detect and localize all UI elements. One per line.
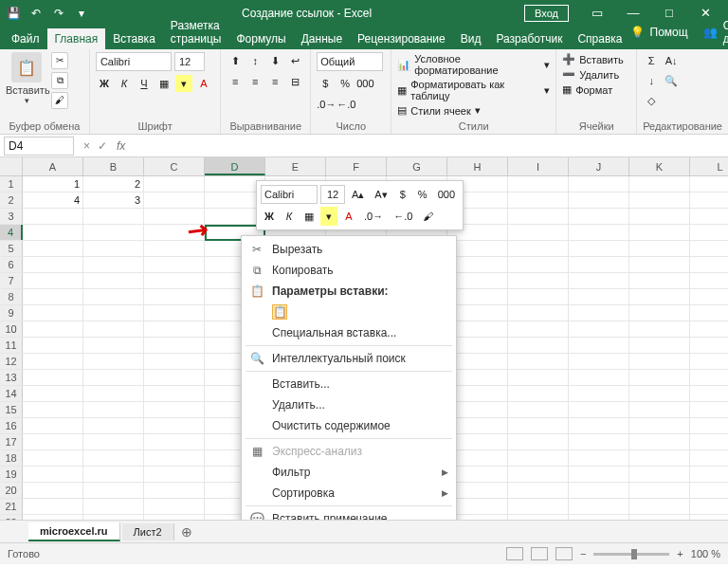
cell-A5[interactable] (23, 241, 83, 256)
comma-icon[interactable]: 000 (356, 75, 373, 92)
format-painter-icon[interactable]: 🖌 (51, 92, 68, 109)
font-size-select[interactable]: 12 (174, 52, 205, 71)
cell-J13[interactable] (569, 370, 629, 385)
row-header-4[interactable]: 4 (0, 225, 23, 240)
cell-A12[interactable] (23, 354, 83, 369)
percent-icon[interactable]: % (337, 75, 354, 92)
cell-L10[interactable] (690, 321, 728, 337)
align-bottom-icon[interactable]: ⬇ (266, 52, 283, 69)
conditional-formatting-button[interactable]: 📊Условное форматирование▾ (397, 52, 550, 77)
mt-fill-icon[interactable]: ▾ (320, 207, 337, 226)
row-header-13[interactable]: 13 (0, 370, 23, 385)
tab-data[interactable]: Данные (294, 28, 350, 49)
align-top-icon[interactable]: ⬆ (227, 52, 244, 69)
cell-C11[interactable] (144, 338, 205, 353)
decrease-decimal-icon[interactable]: ←.0 (337, 96, 354, 113)
cell-L16[interactable] (690, 418, 728, 433)
mt-currency-icon[interactable]: $ (394, 185, 411, 204)
cell-B12[interactable] (83, 354, 144, 369)
cell-C20[interactable] (144, 483, 205, 498)
cell-A9[interactable] (23, 305, 83, 321)
mt-font-color-icon[interactable]: A (340, 207, 357, 226)
column-header-C[interactable]: C (144, 157, 205, 175)
cell-K6[interactable] (629, 257, 690, 272)
normal-view-icon[interactable] (506, 547, 523, 560)
sort-filter-icon[interactable]: A↓ (663, 52, 680, 69)
cell-A22[interactable] (23, 515, 83, 520)
cell-K7[interactable] (629, 273, 690, 288)
cell-L22[interactable] (690, 515, 728, 520)
cell-L18[interactable] (690, 450, 728, 466)
row-header-8[interactable]: 8 (0, 289, 23, 304)
cell-B5[interactable] (83, 241, 144, 256)
cells-format-button[interactable]: ▦Формат (562, 82, 612, 97)
cm-sort[interactable]: Сортировка▶ (242, 483, 456, 504)
tab-review[interactable]: Рецензирование (350, 28, 453, 49)
font-color-button[interactable]: A (195, 75, 212, 92)
cell-K20[interactable] (629, 483, 690, 498)
mt-font-size[interactable]: 12 (320, 185, 345, 204)
column-header-D[interactable]: D (205, 157, 265, 175)
cell-C2[interactable] (144, 192, 205, 208)
cell-I4[interactable] (508, 225, 569, 240)
cell-K12[interactable] (629, 354, 690, 369)
row-header-18[interactable]: 18 (0, 450, 23, 466)
increase-decimal-icon[interactable]: .0→ (317, 96, 334, 113)
cm-cut[interactable]: ✂Вырезать (242, 239, 456, 260)
cell-J12[interactable] (569, 354, 629, 369)
cell-A21[interactable] (23, 499, 83, 514)
zoom-level[interactable]: 100 % (691, 548, 720, 559)
cell-B20[interactable] (83, 483, 144, 498)
column-header-K[interactable]: K (629, 157, 690, 175)
mt-inc-decimal-icon[interactable]: .0→ (360, 207, 387, 226)
cell-K2[interactable] (629, 192, 690, 208)
cell-L15[interactable] (690, 402, 728, 417)
cm-paste-value[interactable]: 📋 (242, 302, 456, 322)
align-right-icon[interactable]: ≡ (266, 73, 283, 90)
paste-button[interactable]: 📋 Вставить ▾ (6, 52, 47, 105)
cell-L17[interactable] (690, 434, 728, 449)
cell-C7[interactable] (144, 273, 205, 288)
cell-J15[interactable] (569, 402, 629, 417)
cell-I20[interactable] (508, 483, 569, 498)
cell-K9[interactable] (629, 305, 690, 321)
row-header-11[interactable]: 11 (0, 338, 23, 353)
cell-K16[interactable] (629, 418, 690, 433)
cell-J2[interactable] (569, 192, 629, 208)
cm-smart-lookup[interactable]: 🔍Интеллектуальный поиск (242, 348, 456, 369)
cell-L2[interactable] (690, 192, 728, 208)
mt-italic-button[interactable]: К (281, 207, 298, 226)
cell-I14[interactable] (508, 386, 569, 401)
copy-icon[interactable]: ⧉ (51, 72, 68, 89)
cell-I18[interactable] (508, 450, 569, 466)
cell-L1[interactable] (690, 176, 728, 192)
cell-J9[interactable] (569, 305, 629, 321)
tab-formulas[interactable]: Формулы (228, 28, 293, 49)
cell-J6[interactable] (569, 257, 629, 272)
share-button[interactable]: Общий доступ (723, 19, 728, 46)
cell-J4[interactable] (569, 225, 629, 240)
cell-K14[interactable] (629, 386, 690, 401)
zoom-out-button[interactable]: − (580, 548, 586, 559)
cell-A6[interactable] (23, 257, 83, 272)
cell-L9[interactable] (690, 305, 728, 321)
select-all-triangle[interactable] (0, 157, 23, 175)
cell-J14[interactable] (569, 386, 629, 401)
zoom-in-button[interactable]: + (677, 548, 682, 559)
cell-K8[interactable] (629, 289, 690, 304)
mt-bold-button[interactable]: Ж (261, 207, 278, 226)
cell-I8[interactable] (508, 289, 569, 304)
cell-I10[interactable] (508, 321, 569, 337)
row-header-9[interactable]: 9 (0, 305, 23, 321)
mt-format-painter-icon[interactable]: 🖌 (419, 207, 437, 226)
cell-styles-button[interactable]: ▤Стили ячеек▾ (397, 103, 480, 118)
mt-comma-icon[interactable]: 000 (434, 185, 459, 204)
cm-insert-comment[interactable]: 💬Вставить примечание (242, 508, 456, 520)
cell-L12[interactable] (690, 354, 728, 369)
mt-increase-font-icon[interactable]: A▴ (348, 185, 368, 204)
cell-A17[interactable] (23, 434, 83, 449)
enter-formula-icon[interactable]: ✓ (98, 139, 107, 153)
cell-A13[interactable] (23, 370, 83, 385)
ribbon-display-icon[interactable]: ▭ (580, 4, 614, 23)
cell-C16[interactable] (144, 418, 205, 433)
